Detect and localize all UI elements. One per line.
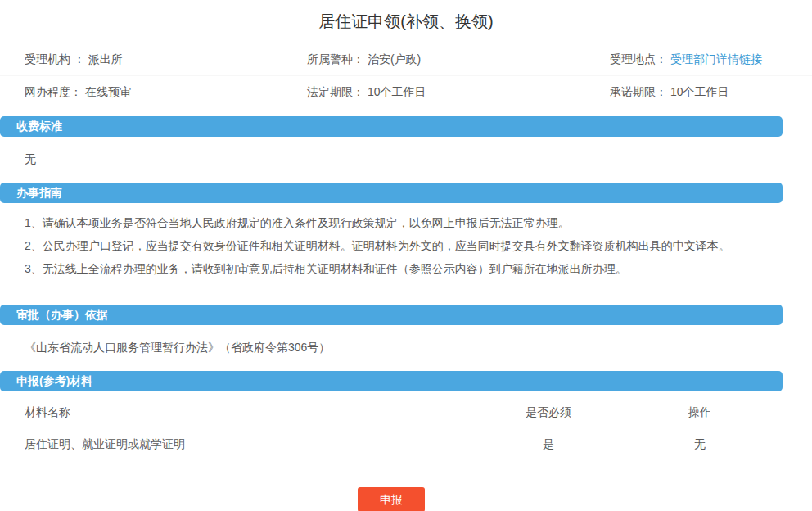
approval-basis-content: 《山东省流动人口服务管理暂行办法》（省政府令第306号） bbox=[0, 325, 812, 371]
apply-button-container: 申报 bbox=[0, 487, 783, 511]
police-category-value: 治安(户政) bbox=[368, 52, 421, 66]
online-degree-label: 网办程度： bbox=[25, 85, 82, 98]
approval-basis-section-header: 审批（办事）依据 bbox=[0, 305, 783, 325]
accepting-agency-value: 派出所 bbox=[88, 52, 123, 66]
operation-cell: 无 bbox=[638, 437, 761, 452]
office-details-link[interactable]: 受理部门详情链接 bbox=[670, 52, 762, 66]
info-row-1: 受理机构 ： 派出所 所属警种： 治安(户政) 受理地点： 受理部门详情链接 bbox=[0, 43, 812, 76]
service-detail-page: 居住证申领(补领、换领) 受理机构 ： 派出所 所属警种： 治安(户政) 受理地… bbox=[0, 0, 812, 511]
materials-section-header: 申报(参考)材料 bbox=[0, 371, 783, 391]
guide-item: 1、请确认本项业务是否符合当地人民政府规定的准入条件及现行政策规定，以免网上申报… bbox=[25, 211, 783, 234]
page-title: 居住证申领(补领、换领) bbox=[0, 0, 812, 43]
is-required-cell: 是 bbox=[458, 437, 638, 452]
online-degree-field: 网办程度： 在线预审 bbox=[0, 85, 307, 100]
accepting-location-label: 受理地点： bbox=[610, 52, 667, 66]
operation-header: 操作 bbox=[638, 405, 761, 420]
table-row: 居住证明、就业证明或就学证明 是 无 bbox=[0, 427, 783, 460]
materials-table: 材料名称 是否必须 操作 居住证明、就业证明或就学证明 是 无 bbox=[0, 391, 783, 460]
statutory-period-label: 法定期限： bbox=[307, 85, 364, 98]
material-name-cell: 居住证明、就业证明或就学证明 bbox=[0, 437, 458, 452]
statutory-period-value: 10个工作日 bbox=[368, 85, 426, 98]
guide-item: 2、公民办理户口登记，应当提交有效身份证件和相关证明材料。证明材料为外文的，应当… bbox=[25, 234, 783, 257]
accepting-agency-field: 受理机构 ： 派出所 bbox=[0, 52, 307, 67]
material-name-header: 材料名称 bbox=[0, 405, 458, 420]
accepting-agency-label: 受理机构 ： bbox=[25, 52, 85, 66]
police-category-label: 所属警种： bbox=[307, 52, 364, 66]
statutory-period-field: 法定期限： 10个工作日 bbox=[307, 85, 610, 100]
accepting-location-field: 受理地点： 受理部门详情链接 bbox=[610, 52, 812, 67]
materials-table-header-row: 材料名称 是否必须 操作 bbox=[0, 391, 783, 427]
service-info-grid: 受理机构 ： 派出所 所属警种： 治安(户政) 受理地点： 受理部门详情链接 网… bbox=[0, 43, 812, 109]
guide-item: 3、无法线上全流程办理的业务，请收到初审意见后持相关证明材料和证件（参照公示内容… bbox=[25, 257, 783, 280]
promised-period-field: 承诺期限： 10个工作日 bbox=[610, 85, 812, 100]
is-required-header: 是否必须 bbox=[458, 405, 638, 420]
fee-standard-content: 无 bbox=[0, 137, 812, 183]
info-row-2: 网办程度： 在线预审 法定期限： 10个工作日 承诺期限： 10个工作日 bbox=[0, 76, 812, 109]
fee-standard-section-header: 收费标准 bbox=[0, 116, 783, 137]
service-guide-section-header: 办事指南 bbox=[0, 183, 783, 203]
apply-button[interactable]: 申报 bbox=[358, 487, 425, 511]
service-guide-list: 1、请确认本项业务是否符合当地人民政府规定的准入条件及现行政策规定，以免网上申报… bbox=[0, 203, 812, 305]
online-degree-value: 在线预审 bbox=[85, 85, 131, 98]
police-category-field: 所属警种： 治安(户政) bbox=[307, 52, 610, 67]
promised-period-value: 10个工作日 bbox=[670, 85, 729, 98]
promised-period-label: 承诺期限： bbox=[610, 85, 667, 98]
